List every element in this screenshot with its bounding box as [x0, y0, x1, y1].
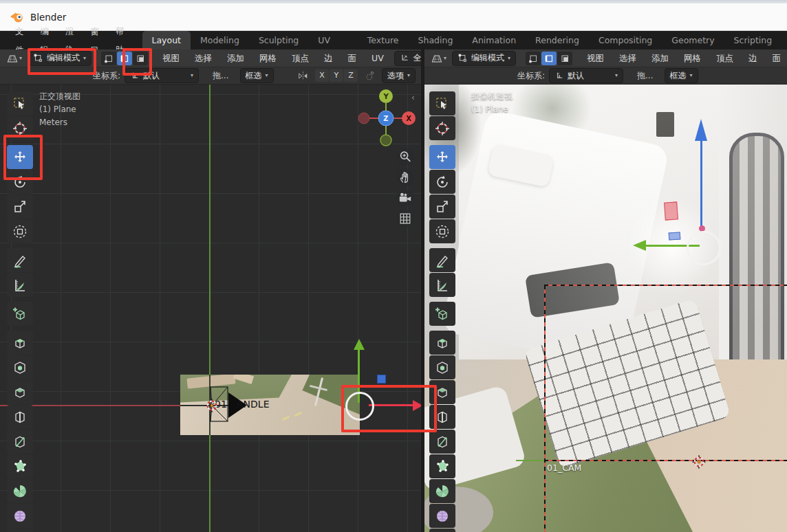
mirror-button[interactable] [295, 69, 311, 83]
viewport-menu[interactable]: 选择 [187, 49, 219, 67]
vertex-select-button[interactable] [101, 52, 116, 65]
viewport-menu[interactable]: UV [364, 49, 391, 67]
workspace-tab[interactable]: Compositing [589, 31, 662, 49]
tool-add-cube-button[interactable] [429, 302, 455, 326]
viewport-menu[interactable]: 视图 [155, 49, 187, 67]
workspace-tab[interactable]: Modeling [191, 31, 249, 49]
tool-rotate-button[interactable] [429, 170, 455, 194]
tool-move-button[interactable] [429, 145, 455, 169]
sidebar-collapse-arrow[interactable]: ‹ [411, 93, 415, 102]
tool-select-box-button[interactable] [7, 91, 33, 115]
box-select-dropdown[interactable]: 框选 ▾ [665, 68, 698, 83]
tool-poly-build-button[interactable] [7, 454, 33, 478]
vertex-select-button[interactable] [526, 52, 541, 65]
zoom-button[interactable] [396, 148, 414, 166]
tool-edge-slide-button[interactable] [429, 529, 455, 532]
workspace-tab[interactable]: Sculpting [249, 31, 308, 49]
grid-ortho-button[interactable] [396, 210, 414, 228]
viewport-menu[interactable]: 网格 [676, 49, 709, 67]
proportional-edit-button[interactable] [362, 69, 378, 83]
move-gizmo-plane-handle-red[interactable] [664, 201, 678, 220]
axis-toggle[interactable]: X [315, 69, 329, 82]
left-viewport-canvas[interactable]: 正交顶视图 (1) Plane Meters Y X Z ‹ [0, 85, 421, 532]
right-viewport-canvas[interactable]: 摄像机透视 (1) Plane 01_CAM [424, 85, 787, 532]
workspace-tab[interactable]: Animation [462, 31, 526, 49]
viewport-menu[interactable]: 选择 [612, 49, 644, 67]
drag-label[interactable]: 拖... [213, 70, 228, 82]
tool-spin-button[interactable] [7, 479, 33, 503]
drag-label[interactable]: 拖... [637, 70, 653, 82]
edge-select-button[interactable] [117, 52, 132, 65]
workspace-tab[interactable]: Rendering [526, 31, 589, 49]
tool-annotate-button[interactable] [429, 248, 455, 272]
tool-scale-button[interactable] [429, 195, 455, 219]
tool-rotate-button[interactable] [7, 170, 33, 194]
move-gizmo-y-arrowhead[interactable] [633, 240, 646, 251]
tool-knife-button[interactable] [7, 430, 33, 454]
move-gizmo-plane-handle-blue[interactable] [669, 232, 681, 240]
move-gizmo-x-arrowhead[interactable] [413, 400, 421, 411]
axis-toggle[interactable]: Y [330, 69, 343, 82]
viewport-menu[interactable]: 视图 [579, 49, 612, 67]
workspace-tab[interactable]: UV Editing [308, 31, 358, 49]
viewport-menu[interactable]: 边 [741, 49, 765, 67]
viewport-menu[interactable]: 顶点 [709, 49, 741, 67]
transform-orientation-dropdown[interactable]: 全局 ▾ [394, 51, 421, 66]
tool-cursor-button[interactable] [429, 116, 455, 140]
workspace-tab[interactable]: Texture Paint [358, 31, 409, 49]
tool-knife-button[interactable] [429, 430, 455, 454]
tool-transform-button[interactable] [7, 219, 33, 243]
viewport-menu[interactable]: 添加 [219, 49, 252, 67]
tool-edge-slide-button[interactable] [7, 529, 33, 532]
move-gizmo-center-circle[interactable] [345, 392, 374, 421]
coord-system-dropdown[interactable]: 默认 ▾ [125, 68, 199, 83]
options-dropdown[interactable]: 选项 ▾ [382, 68, 416, 83]
tool-extrude-region-button[interactable] [429, 331, 455, 355]
tool-bevel-button[interactable] [7, 380, 33, 404]
tool-inset-faces-button[interactable] [429, 355, 455, 379]
edit-mode-dropdown[interactable]: 编辑模式 ▾ [28, 51, 91, 66]
tool-inset-faces-button[interactable] [7, 355, 33, 379]
edit-mode-dropdown[interactable]: 编辑模式 ▾ [452, 51, 516, 66]
navigation-gizmo[interactable]: Y X Z [355, 87, 417, 149]
move-gizmo-y-arrowhead[interactable] [354, 339, 365, 350]
workspace-tab[interactable]: Layout [142, 31, 191, 49]
viewport-menu[interactable]: 添加 [644, 49, 676, 67]
tool-spin-button[interactable] [429, 479, 455, 503]
axis-neg-x-ball[interactable] [358, 113, 369, 124]
viewport-menu[interactable]: 边 [316, 49, 341, 67]
editor-type-button[interactable]: ▾ [429, 51, 449, 66]
tool-extrude-region-button[interactable] [7, 331, 33, 355]
editor-type-button[interactable]: ▾ [4, 51, 24, 66]
tool-loop-cut-button[interactable] [7, 405, 33, 429]
tool-poly-build-button[interactable] [429, 454, 455, 478]
tool-annotate-button[interactable] [7, 248, 33, 272]
tool-cursor-button[interactable] [7, 116, 33, 140]
move-gizmo-center-circle[interactable] [687, 231, 721, 265]
tool-transform-button[interactable] [429, 219, 455, 243]
workspace-tab[interactable]: Shading [409, 31, 463, 49]
axis-neg-y-ball[interactable] [380, 135, 391, 146]
tool-select-box-button[interactable] [429, 91, 455, 115]
tool-bevel-button[interactable] [429, 380, 455, 404]
tool-add-cube-button[interactable] [7, 302, 33, 326]
tool-smooth-button[interactable] [429, 504, 455, 528]
add-workspace-button[interactable]: + [781, 31, 787, 49]
edge-select-button[interactable] [541, 52, 557, 65]
workspace-tab[interactable]: Scripting [724, 31, 782, 49]
move-gizmo-x-axis[interactable] [369, 404, 414, 406]
pan-button[interactable] [396, 168, 414, 186]
tool-measure-button[interactable] [429, 273, 455, 297]
tool-scale-button[interactable] [7, 195, 33, 219]
move-gizmo-z-arrowhead[interactable] [695, 119, 707, 141]
move-gizmo-z-axis[interactable] [700, 140, 702, 231]
tool-smooth-button[interactable] [7, 504, 33, 528]
viewport-menu[interactable]: 顶点 [284, 49, 316, 67]
face-select-button[interactable] [557, 52, 572, 65]
coord-system-dropdown[interactable]: 默认 ▾ [549, 68, 623, 83]
viewport-menu[interactable]: 面 [765, 49, 787, 67]
camera-view-button[interactable] [396, 189, 414, 207]
tool-move-button[interactable] [7, 145, 33, 169]
tool-loop-cut-button[interactable] [429, 405, 455, 429]
viewport-menu[interactable]: 网格 [252, 49, 284, 67]
